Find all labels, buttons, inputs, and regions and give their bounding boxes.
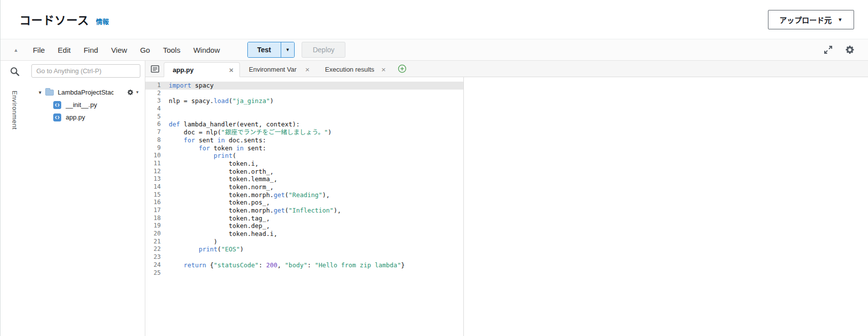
code-line[interactable]: 25 xyxy=(145,269,463,277)
code-line[interactable]: 4 xyxy=(145,105,463,113)
close-icon[interactable]: × xyxy=(227,66,235,74)
goto-anything-input[interactable] xyxy=(31,64,140,78)
code-line-text: for sent in doc.sents: xyxy=(164,136,266,144)
tab-app-py[interactable]: app.py × xyxy=(164,62,240,77)
deploy-button[interactable]: Deploy xyxy=(302,42,345,58)
code-line[interactable]: 12 token.orth_, xyxy=(145,168,463,176)
code-line-text xyxy=(164,105,169,113)
line-number[interactable]: 6 xyxy=(145,120,164,128)
tree-settings-gear-icon[interactable]: ▼ xyxy=(126,89,140,96)
environment-panel-tab[interactable]: Environment xyxy=(11,91,18,129)
upload-from-button[interactable]: アップロード元 ▼ xyxy=(768,10,854,29)
menu-tools[interactable]: Tools xyxy=(156,46,187,54)
code-line-text: token.head.i, xyxy=(164,230,277,238)
info-link[interactable]: 情報 xyxy=(96,16,109,26)
code-line-text: token.lemma_, xyxy=(164,175,277,183)
code-file-icon xyxy=(53,113,61,121)
line-number[interactable]: 25 xyxy=(145,269,164,277)
code-line[interactable]: 15 token.morph.get("Reading"), xyxy=(145,191,463,199)
code-line-text: nlp = spacy.load("ja_ginza") xyxy=(164,97,274,105)
collapse-panel-icon[interactable]: ▲ xyxy=(13,47,18,53)
code-line[interactable]: 19 token.dep_, xyxy=(145,222,463,230)
tree-file-init-py[interactable]: __init__.py xyxy=(31,99,140,111)
code-line[interactable]: 22 print("EOS") xyxy=(145,245,463,253)
line-number[interactable]: 14 xyxy=(145,183,164,191)
menu-edit[interactable]: Edit xyxy=(51,46,77,54)
code-line[interactable]: 9 for token in sent: xyxy=(145,144,463,152)
tab-environment-variables[interactable]: Environment Var × xyxy=(240,62,316,77)
code-line-text: token.i, xyxy=(164,160,259,168)
line-number[interactable]: 16 xyxy=(145,199,164,207)
code-line[interactable]: 23 xyxy=(145,253,463,261)
menu-view[interactable]: View xyxy=(105,46,133,54)
code-line-text: return {"statusCode": 200, "body": "Hell… xyxy=(164,261,405,269)
new-tab-icon[interactable] xyxy=(398,64,407,73)
code-line[interactable]: 11 token.i, xyxy=(145,160,463,168)
code-line[interactable]: 1import spacy xyxy=(145,82,463,90)
code-line[interactable]: 7 doc = nlp("銀座でランチをご一緒しましょう。") xyxy=(145,128,463,136)
line-number[interactable]: 15 xyxy=(145,191,164,199)
disclosure-triangle-icon[interactable]: ▼ xyxy=(38,90,45,95)
close-icon[interactable]: × xyxy=(304,65,311,74)
code-editor[interactable]: 1import spacy23nlp = spacy.load("ja_ginz… xyxy=(145,77,464,336)
line-number[interactable]: 17 xyxy=(145,207,164,215)
line-number[interactable]: 1 xyxy=(145,82,164,90)
line-number[interactable]: 10 xyxy=(145,152,164,160)
menu-go[interactable]: Go xyxy=(133,46,156,54)
test-dropdown-button[interactable]: ▼ xyxy=(281,42,295,57)
code-line[interactable]: 18 token.tag_, xyxy=(145,215,463,223)
line-number[interactable]: 21 xyxy=(145,238,164,246)
tree-folder-row[interactable]: ▼ LambdaProjectStack ▼ xyxy=(31,86,140,99)
code-line[interactable]: 13 token.lemma_, xyxy=(145,175,463,183)
folder-icon xyxy=(45,90,54,96)
search-icon[interactable] xyxy=(9,66,20,79)
line-number[interactable]: 19 xyxy=(145,222,164,230)
line-number[interactable]: 22 xyxy=(145,245,164,253)
code-line-text: ) xyxy=(164,238,217,246)
line-number[interactable]: 4 xyxy=(145,105,164,113)
code-line[interactable]: 2 xyxy=(145,90,463,98)
menu-window[interactable]: Window xyxy=(187,46,226,54)
tree-file-app-py[interactable]: app.py xyxy=(31,111,140,123)
code-line[interactable]: 16 token.pos_, xyxy=(145,199,463,207)
test-button[interactable]: Test xyxy=(248,42,281,57)
tab-list-icon[interactable] xyxy=(151,65,159,73)
line-number[interactable]: 23 xyxy=(145,253,164,261)
close-icon[interactable]: × xyxy=(380,65,387,74)
code-line[interactable]: 3nlp = spacy.load("ja_ginza") xyxy=(145,97,463,105)
caret-down-icon: ▼ xyxy=(135,90,139,95)
code-line[interactable]: 6def lambda_handler(event, context): xyxy=(145,120,463,128)
code-line-text: token.dep_, xyxy=(164,222,270,230)
line-number[interactable]: 18 xyxy=(145,215,164,223)
menu-file[interactable]: File xyxy=(26,46,51,54)
code-line[interactable]: 10 print( xyxy=(145,152,463,160)
fullscreen-icon[interactable] xyxy=(823,45,833,55)
code-line[interactable]: 5 xyxy=(145,113,463,121)
line-number[interactable]: 20 xyxy=(145,230,164,238)
line-number[interactable]: 5 xyxy=(145,113,164,121)
left-rail: Environment xyxy=(0,61,28,336)
file-tree: ▼ LambdaProjectStack ▼ xyxy=(31,86,140,123)
settings-gear-icon[interactable] xyxy=(844,44,855,55)
line-number[interactable]: 7 xyxy=(145,128,164,136)
tab-execution-results[interactable]: Execution results × xyxy=(316,62,392,77)
line-number[interactable]: 9 xyxy=(145,144,164,152)
file-tree-panel: ▼ LambdaProjectStack ▼ xyxy=(28,61,145,336)
line-number[interactable]: 13 xyxy=(145,175,164,183)
code-line[interactable]: 17 token.morph.get("Inflection"), xyxy=(145,207,463,215)
menu-find[interactable]: Find xyxy=(77,46,105,54)
tab-label: Environment Var xyxy=(249,66,297,73)
line-number[interactable]: 11 xyxy=(145,160,164,168)
code-line[interactable]: 20 token.head.i, xyxy=(145,230,463,238)
code-line[interactable]: 8 for sent in doc.sents: xyxy=(145,136,463,144)
line-number[interactable]: 3 xyxy=(145,97,164,105)
line-number[interactable]: 24 xyxy=(145,261,164,269)
code-line-text: token.pos_, xyxy=(164,199,270,207)
code-line[interactable]: 24 return {"statusCode": 200, "body": "H… xyxy=(145,261,463,269)
code-line[interactable]: 21 ) xyxy=(145,238,463,246)
line-number[interactable]: 2 xyxy=(145,90,164,98)
file-name: app.py xyxy=(66,113,85,121)
line-number[interactable]: 8 xyxy=(145,136,164,144)
line-number[interactable]: 12 xyxy=(145,168,164,176)
code-line[interactable]: 14 token.norm_, xyxy=(145,183,463,191)
